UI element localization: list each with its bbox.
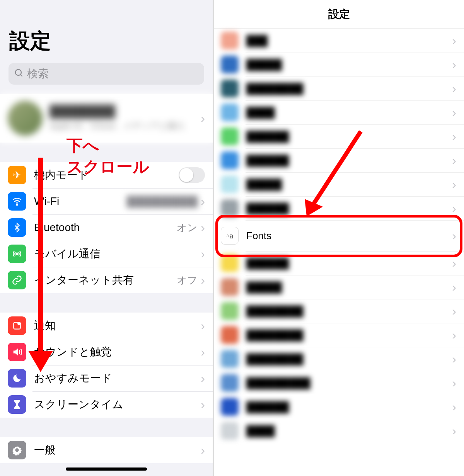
app-icon <box>221 32 239 49</box>
general-row[interactable]: 一般› <box>0 437 213 463</box>
app-icon <box>221 254 239 272</box>
airplane-toggle[interactable] <box>179 167 205 183</box>
svg-marker-10 <box>28 351 53 372</box>
app-row[interactable]: ████› <box>214 419 464 443</box>
app-icon <box>221 278 239 296</box>
chevron-right-icon: › <box>452 229 456 243</box>
page-title: 設定 <box>0 0 213 63</box>
chevron-right-icon: › <box>452 177 456 192</box>
notifications-row-icon <box>8 316 26 335</box>
app-row[interactable]: ██████› <box>214 251 464 275</box>
chevron-right-icon: › <box>452 400 456 414</box>
page-title: 設定 <box>214 0 464 29</box>
app-icon <box>221 398 239 416</box>
search-icon <box>14 68 24 80</box>
wifi-row-icon <box>8 192 26 211</box>
row-label: █████████ <box>246 377 452 389</box>
svg-point-3 <box>16 253 18 255</box>
chevron-right-icon: › <box>452 256 456 270</box>
row-label: ████████ <box>246 83 452 95</box>
app-row[interactable]: ██████› <box>214 395 464 419</box>
bluetooth-row-icon <box>8 218 26 237</box>
chevron-right-icon: › <box>201 443 205 457</box>
chevron-right-icon: › <box>201 273 205 287</box>
chevron-right-icon: › <box>452 129 456 144</box>
chevron-right-icon: › <box>201 398 205 412</box>
hotspot-row-icon <box>8 271 26 289</box>
chevron-right-icon: › <box>452 82 456 96</box>
svg-point-7 <box>15 448 19 452</box>
chevron-right-icon: › <box>452 304 456 318</box>
chevron-right-icon: › <box>452 328 456 342</box>
row-label: モバイル通信 <box>34 246 201 261</box>
app-icon <box>221 128 239 145</box>
app-icon <box>221 350 239 368</box>
row-label: ████ <box>246 107 452 119</box>
app-icon <box>221 104 239 121</box>
row-value: ██████████ <box>126 196 198 207</box>
app-row[interactable]: █████████› <box>214 371 464 395</box>
svg-point-5 <box>17 322 21 325</box>
svg-line-11 <box>310 131 361 209</box>
svg-point-0 <box>15 70 21 75</box>
general-row-icon <box>8 441 26 459</box>
row-label: ██████ <box>246 257 452 269</box>
chevron-right-icon: › <box>201 111 205 126</box>
app-row[interactable]: ████████› <box>214 347 464 371</box>
settings-apps-pane: 設定 ███›█████›████████›████›██████›██████… <box>214 0 464 476</box>
app-row[interactable]: ███› <box>214 29 464 53</box>
sounds-row-icon <box>8 343 26 361</box>
row-label: Fonts <box>246 230 452 242</box>
row-label: 通知 <box>34 318 201 333</box>
chevron-right-icon: › <box>452 424 456 438</box>
chevron-right-icon: › <box>201 371 205 386</box>
profile-name: ████████ <box>49 105 185 118</box>
search-input[interactable]: 検索 <box>9 63 204 85</box>
row-label: おやすみモード <box>34 371 201 386</box>
home-indicator <box>66 468 147 471</box>
cellular-row-icon <box>8 245 26 263</box>
app-icon <box>221 422 239 440</box>
annotation-scroll-down: 下へ スクロール <box>67 135 149 177</box>
chevron-right-icon: › <box>201 221 205 235</box>
chevron-right-icon: › <box>452 105 456 120</box>
app-row[interactable]: ████› <box>214 100 464 124</box>
row-label: ████████ <box>246 353 452 365</box>
svg-line-1 <box>20 75 22 76</box>
app-icon <box>221 199 239 217</box>
row-label: ████████ <box>246 305 452 317</box>
screentime-row[interactable]: スクリーンタイム› <box>0 391 213 418</box>
svg-point-2 <box>16 204 17 205</box>
chevron-right-icon: › <box>452 34 456 48</box>
app-row[interactable]: █████› <box>214 275 464 299</box>
app-row[interactable]: ████████› <box>214 323 464 347</box>
chevron-right-icon: › <box>452 153 456 168</box>
app-row[interactable]: ████████› <box>214 76 464 100</box>
row-label: ███ <box>246 35 452 47</box>
row-label: ██████ <box>246 401 452 413</box>
chevron-right-icon: › <box>452 280 456 294</box>
app-icon <box>221 56 239 73</box>
row-label: 一般 <box>34 443 201 457</box>
chevron-right-icon: › <box>201 247 205 261</box>
app-row[interactable]: ████████› <box>214 299 464 323</box>
avatar <box>8 101 43 136</box>
profile-sub: Apple ID、iCloud、メディアと購入 <box>49 120 185 132</box>
app-icon <box>221 374 239 392</box>
airplane-mode-row-icon: ✈ <box>8 166 26 184</box>
row-label: ████████ <box>246 329 452 341</box>
arrow-down-icon <box>25 158 56 374</box>
chevron-right-icon: › <box>201 319 205 333</box>
app-icon <box>221 302 239 320</box>
screentime-row-icon <box>8 395 26 414</box>
arrow-pointer-icon <box>291 128 368 228</box>
row-value: オン <box>177 221 198 235</box>
row-label: スクリーンタイム <box>34 397 201 412</box>
app-icon <box>221 175 239 193</box>
fonts-icon: Aa <box>221 227 239 245</box>
search-placeholder: 検索 <box>27 66 49 81</box>
row-label: █████ <box>246 281 452 293</box>
row-label: サウンドと触覚 <box>34 345 201 359</box>
chevron-right-icon: › <box>452 352 456 366</box>
app-row[interactable]: █████› <box>214 53 464 76</box>
